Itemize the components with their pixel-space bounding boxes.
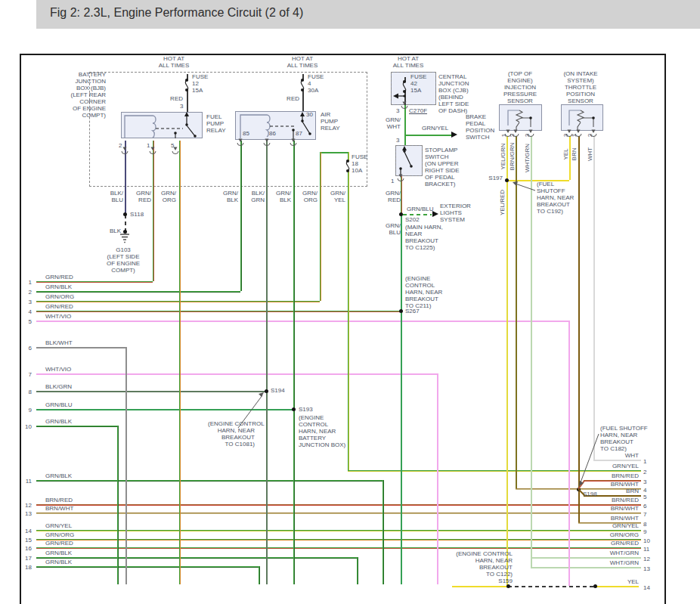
annotation: 86 [269,130,276,137]
wire-grn-yel [36,530,641,531]
wire-blk [404,77,406,82]
wire-label: GRN/YEL [582,522,639,529]
wire-label: GRN/YEL [45,522,72,529]
row-number-right: 11 [643,546,649,553]
wire-label: WHT/VIO [45,313,71,320]
wire-blk [302,74,304,81]
wire-label: GRN/RED [45,540,73,547]
annotation: (MAIN HARN, NEAR BREAKOUT TO C1225) [405,224,443,251]
wire-grn-blk [36,291,240,293]
wire-label: BLK/WHT [45,339,73,346]
row-number-left: 16 [20,545,32,552]
annotation: GRN/YEL [422,125,448,132]
wire-grn-red [36,547,641,549]
row-number-right: 9 [643,528,646,535]
annotation: (TOP OF ENGINE) INJECTION PRESSURE SENSO… [496,70,544,104]
wire-label: GRN/RED [45,274,73,280]
annotation: YEL/RED [499,190,506,215]
wire-label: BRN/RED [582,472,639,479]
annotation: (ENGINE CONTROL HARN, NEAR BREAKOUT TO C… [405,275,442,309]
wire-grn-blk [293,141,295,584]
annotation: BRN [571,148,578,161]
annotation: GRN/BLU [407,206,434,212]
wire-grn-red [153,141,154,281]
wire-label: GRN/ORG [45,293,74,300]
annotation: HOT AT ALL TIMES [386,55,431,69]
row-number-left: 18 [20,564,32,571]
wire-blk-grn [266,141,268,584]
annotation: GRN/ YEL [326,190,345,203]
wire-label: GRN/BLK [45,559,72,565]
splice-S193 [292,407,296,411]
ground-node-G103 [123,230,127,234]
wire-grn-red [36,311,401,312]
row-number-left: 6 [20,345,32,352]
wire-grn-org [36,301,320,302]
annotation: GRN/ RED [132,190,151,203]
wire-brn-red [36,504,641,506]
splice-S118 [123,212,127,216]
annotation: S197 [486,175,503,181]
annotation: GRN/ BLK [271,190,291,203]
wire-brn-wht [36,513,641,514]
wire-label: BRN/RED [582,497,639,503]
splice-S267 [399,309,403,313]
annotation: EXTERIOR LIGHTS SYSTEM [440,203,471,223]
annotation: (ON INTAKE SYSTEM) THROTTLE POSITION SEN… [556,70,605,104]
wire-grn-blu [401,214,402,584]
annotation: GRN/ RED [381,190,401,203]
annotation: S267 [405,308,420,314]
annotation: 3 [396,107,399,114]
wire-wht-vio [36,373,437,375]
annotation: 3 [524,134,531,137]
wire-label: GRN/YEL [582,463,639,469]
wire-label: GRN/BLK [45,418,72,425]
row-number-left: 12 [20,502,32,509]
row-number-right: 4 [643,487,646,494]
annotation: STOPLAMP SWITCH (ON UPPER RIGHT SIDE OF … [425,147,460,187]
annotation: BLK/ GRN [245,190,265,203]
wire-wht-vio [437,373,438,584]
annotation: RED [162,95,183,102]
wire-wht [593,136,595,460]
row-number-right: 1 [643,458,646,465]
wire-brn-grn [516,136,517,488]
row-number-left: 1 [20,279,32,286]
annotation: 1 [500,134,507,137]
wire-label: BRN/WHT [582,515,639,522]
wire-blk [125,215,126,231]
wire-label: BRN/WHT [45,505,73,512]
wire-label: WHT [582,452,639,459]
wire-wht-grn [531,567,641,568]
annotation: GRN/ ORG [156,190,176,203]
splice-S159 [506,584,510,588]
annotation: BRN/GRN [509,143,516,171]
annotation: S118 [130,211,144,218]
row-number-right: 10 [643,537,650,544]
wire-grn-blk [357,557,358,584]
wire-grn-blk [259,566,260,584]
wire-grn [404,105,406,145]
wire-grn [320,152,348,153]
annotation: HOT AT ALL TIMES [280,55,325,69]
annotation: (ENGINE CONTROL HARN, NEAR BREAKOUT TO C… [208,420,255,448]
row-number-left: 17 [20,555,32,562]
wire-label: BRN [582,488,639,494]
wire-blk [404,91,406,105]
wire-yel [452,586,508,587]
annotation: (ENGINE CONTROL HARN, NEAR BREAKOUT TO C… [451,550,513,584]
arrow-to-brake-pedal-position-switch [451,132,457,138]
annotation: 1 [391,178,394,184]
wire-grn-blk [383,480,384,584]
wire-label: GRN/ORG [582,531,639,538]
annotation: S202 [405,216,420,223]
annotation: G103 [106,246,141,253]
wire-grn-blu [36,409,293,410]
row-number-right: 5 [643,494,646,500]
wire-label: YEL [582,578,639,585]
wire-blk [508,586,595,587]
wire-grn-org [36,539,641,541]
annotation: (FUEL SHUTOFF HARN, NEAR BREAKOUT TO C18… [600,425,648,452]
annotation: 1 [571,134,578,137]
annotation: WHT/GRN [524,144,531,172]
